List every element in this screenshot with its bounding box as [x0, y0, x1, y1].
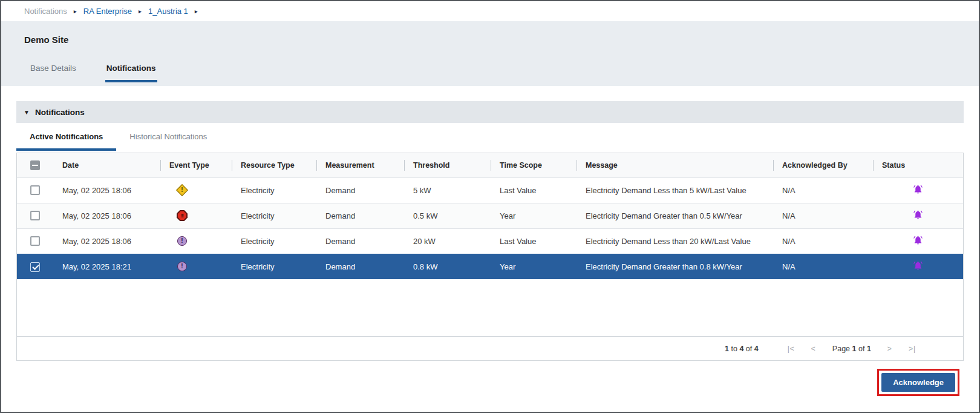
red-highlight-annotation: Acknowledge [877, 369, 959, 396]
cell-acknowledged-by: N/A [773, 228, 873, 254]
bell-icon [913, 184, 923, 196]
cell-date: May, 02 2025 18:21 [53, 254, 160, 279]
cell-measurement: Demand [316, 228, 404, 254]
first-page-icon[interactable]: |< [788, 345, 795, 353]
column-header-acknowledged-by[interactable]: Acknowledged By [773, 153, 873, 177]
cell-resource-type: Electricity [232, 228, 316, 254]
cell-acknowledged-by: N/A [773, 203, 873, 228]
table-row-selected[interactable]: May, 02 2025 18:21 ! Electricity Demand … [17, 254, 963, 279]
column-header-event-type[interactable]: Event Type [160, 153, 232, 177]
subtab-historical-notifications[interactable]: Historical Notifications [116, 123, 220, 151]
cell-time-scope: Last Value [491, 228, 577, 254]
page-title: Demo Site [24, 35, 956, 45]
cell-threshold: 5 kW [404, 177, 491, 203]
app-window: Notifications ▸ RA Enterprise ▸ 1_Austri… [0, 0, 980, 413]
column-header-resource-type[interactable]: Resource Type [232, 153, 316, 177]
cell-resource-type: Electricity [232, 177, 316, 203]
last-page-icon[interactable]: >| [909, 345, 916, 353]
cell-measurement: Demand [316, 254, 404, 279]
cell-message: Electricity Demand Less than 5 kW/Last V… [577, 177, 773, 203]
row-checkbox[interactable] [30, 185, 40, 195]
table-header-row: Date Event Type Resource Type Measuremen… [17, 153, 963, 177]
cell-message: Electricity Demand Less than 20 kW/Last … [577, 228, 773, 254]
cell-measurement: Demand [316, 203, 404, 228]
cell-date: May, 02 2025 18:06 [53, 203, 160, 228]
cell-message: Electricity Demand Greater than 0.8 kW/Y… [577, 254, 773, 279]
previous-page-icon[interactable]: < [811, 345, 816, 353]
notification-subtabs: Active Notifications Historical Notifica… [16, 123, 964, 151]
cell-time-scope: Year [491, 203, 577, 228]
bell-icon [913, 210, 923, 222]
column-header-threshold[interactable]: Threshold [404, 153, 491, 177]
next-page-icon[interactable]: > [887, 345, 892, 353]
notifications-table-container: Date Event Type Resource Type Measuremen… [16, 153, 964, 361]
cell-time-scope: Year [491, 254, 577, 279]
cell-time-scope: Last Value [491, 177, 577, 203]
chevron-right-icon: ▸ [139, 8, 142, 15]
cell-date: May, 02 2025 18:06 [53, 177, 160, 203]
breadcrumb-item-notifications: Notifications [24, 7, 67, 16]
chevron-right-icon: ▸ [74, 8, 77, 15]
page-header: Demo Site Base Details Notifications [1, 21, 979, 86]
select-all-checkbox[interactable] [30, 160, 40, 170]
breadcrumb-item-ra-enterprise[interactable]: RA Enterprise [83, 7, 132, 16]
cell-acknowledged-by: N/A [773, 177, 873, 203]
cell-resource-type: Electricity [232, 203, 316, 228]
column-header-time-scope[interactable]: Time Scope [491, 153, 577, 177]
tab-base-details[interactable]: Base Details [29, 58, 77, 82]
cell-date: May, 02 2025 18:06 [53, 228, 160, 254]
acknowledge-button[interactable]: Acknowledge [881, 373, 955, 392]
breadcrumb-item-austria[interactable]: 1_Austria 1 [148, 7, 188, 16]
table-row[interactable]: May, 02 2025 18:06 ! Electricity Demand … [17, 177, 963, 203]
cell-acknowledged-by: N/A [773, 254, 873, 279]
bell-icon [913, 260, 923, 273]
breadcrumb: Notifications ▸ RA Enterprise ▸ 1_Austri… [1, 1, 979, 21]
column-header-date[interactable]: Date [53, 153, 160, 177]
column-header-status[interactable]: Status [873, 153, 963, 177]
notifications-table: Date Event Type Resource Type Measuremen… [17, 153, 963, 279]
table-row[interactable]: May, 02 2025 18:06 ! Electricity Demand … [17, 228, 963, 254]
pagination-bar: 1 to 4 of 4 |< < Page 1 of 1 > >| [17, 336, 963, 360]
tab-notifications[interactable]: Notifications [105, 58, 157, 82]
cell-measurement: Demand [316, 177, 404, 203]
row-checkbox-checked[interactable] [30, 262, 40, 272]
table-empty-area [17, 279, 963, 336]
notifications-section-header[interactable]: ▼ Notifications [16, 101, 964, 123]
pagination-range: 1 to 4 of 4 [725, 345, 759, 353]
row-checkbox[interactable] [30, 211, 40, 220]
info-circle-icon: ! [175, 260, 189, 273]
column-header-measurement[interactable]: Measurement [316, 153, 404, 177]
critical-octagon-icon: !! [175, 209, 189, 222]
cell-resource-type: Electricity [232, 254, 316, 279]
cell-threshold: 0.8 kW [404, 254, 491, 279]
collapse-caret-icon[interactable]: ▼ [24, 109, 30, 116]
column-header-message[interactable]: Message [577, 153, 773, 177]
action-row: Acknowledge [21, 369, 959, 396]
subtab-active-notifications[interactable]: Active Notifications [16, 123, 116, 151]
pagination-page-indicator: Page 1 of 1 [832, 345, 871, 353]
info-circle-icon: ! [175, 234, 189, 248]
cell-threshold: 20 kW [404, 228, 491, 254]
warning-diamond-icon: ! [175, 183, 189, 197]
bell-icon [913, 235, 923, 247]
table-row[interactable]: May, 02 2025 18:06 !! Electricity Demand… [17, 203, 963, 228]
cell-threshold: 0.5 kW [404, 203, 491, 228]
cell-message: Electricity Demand Greater than 0.5 kW/Y… [577, 203, 773, 228]
chevron-right-icon: ▸ [195, 8, 198, 15]
row-checkbox[interactable] [30, 236, 40, 246]
main-tabs: Base Details Notifications [29, 58, 956, 82]
section-title: Notifications [35, 108, 85, 117]
